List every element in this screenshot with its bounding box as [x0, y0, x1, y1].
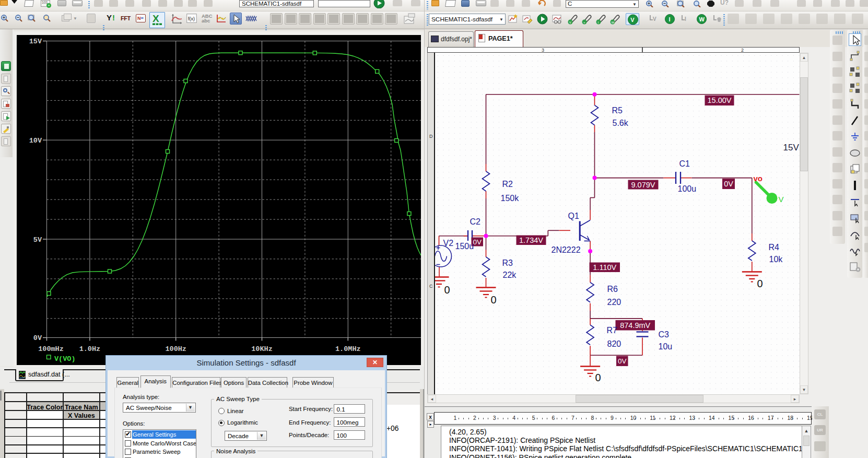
svg-text:V: V [630, 17, 635, 23]
svg-text:0: 0 [595, 372, 601, 383]
svg-text:0: 0 [444, 284, 450, 296]
svg-text:I: I [685, 16, 686, 22]
svg-text:V: V [779, 195, 784, 204]
svg-text:W: W [699, 16, 705, 22]
svg-text:0V: 0V [33, 334, 42, 342]
svg-text:V: V [653, 16, 656, 22]
svg-text:2N2222: 2N2222 [552, 245, 581, 254]
svg-text:0V: 0V [618, 357, 627, 365]
svg-text:1.734V: 1.734V [519, 236, 543, 244]
svg-text:V2: V2 [443, 239, 454, 248]
svg-text:R2: R2 [502, 180, 513, 189]
svg-text:874.9mV: 874.9mV [620, 321, 650, 330]
svg-text:C2: C2 [470, 217, 481, 226]
svg-text:+: + [583, 21, 585, 24]
svg-text:100u: 100u [678, 184, 697, 193]
svg-text:10V: 10V [29, 137, 42, 145]
svg-text:10k: 10k [769, 255, 783, 264]
svg-text:100Hz: 100Hz [165, 345, 186, 353]
svg-text:R6: R6 [607, 285, 618, 293]
svg-text:10KHz: 10KHz [251, 345, 273, 353]
svg-text:150k: 150k [501, 194, 520, 203]
svg-text:1.110V: 1.110V [593, 263, 616, 272]
svg-text:f(x): f(x) [188, 16, 195, 21]
svg-text:100mHz: 100mHz [38, 345, 64, 353]
svg-text:R4: R4 [769, 243, 780, 252]
svg-text:15V: 15V [29, 38, 42, 45]
svg-text:1.0Hz: 1.0Hz [79, 345, 101, 353]
svg-text:5.6k: 5.6k [613, 119, 629, 127]
svg-text:Q1: Q1 [568, 212, 579, 220]
svg-text:C3: C3 [659, 330, 670, 339]
svg-text:0V: 0V [724, 180, 733, 188]
svg-text:V: V [569, 21, 571, 24]
svg-text:I: I [668, 16, 670, 22]
svg-text:1.0MHz: 1.0MHz [335, 345, 361, 353]
svg-text:0: 0 [491, 294, 497, 306]
svg-text:22k: 22k [503, 271, 517, 279]
svg-text:R7: R7 [607, 326, 618, 335]
svg-text:C1: C1 [679, 159, 690, 168]
svg-text:0V: 0V [473, 238, 482, 246]
svg-text:150u: 150u [455, 242, 474, 251]
svg-text:R3: R3 [502, 259, 513, 267]
svg-text:10u: 10u [659, 342, 673, 351]
svg-text:15V: 15V [783, 143, 800, 152]
svg-text:X: X [153, 13, 159, 24]
svg-text:V(VO): V(VO) [54, 355, 76, 363]
svg-text:W: W [612, 21, 615, 24]
svg-text:5V: 5V [33, 236, 42, 244]
svg-text:220: 220 [607, 298, 621, 307]
svg-text:vo: vo [754, 174, 763, 183]
svg-text:820: 820 [607, 339, 621, 348]
svg-text:9.079V: 9.079V [631, 181, 655, 189]
svg-text:R5: R5 [612, 106, 623, 115]
svg-text:0: 0 [757, 278, 763, 289]
svg-text:15.00V: 15.00V [708, 96, 732, 104]
